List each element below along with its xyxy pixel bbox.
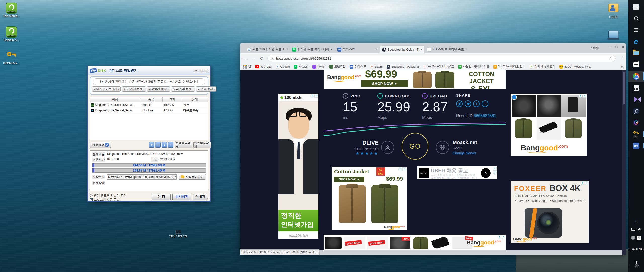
bookmark-twitch[interactable]: TTwitch xyxy=(312,65,326,69)
page-info-icon[interactable]: i xyxy=(271,57,274,60)
network-icon[interactable] xyxy=(631,228,635,231)
close-tab-icon[interactable]: × xyxy=(420,48,422,51)
ad-choices[interactable]: i× xyxy=(498,235,505,239)
close-icon[interactable]: × xyxy=(204,69,208,72)
resize-grip[interactable] xyxy=(207,198,210,201)
taskbar-kmplayer[interactable] xyxy=(628,94,644,105)
maximize-icon[interactable]: □ xyxy=(199,69,203,72)
move-bottom-button[interactable]: ▼ xyxy=(149,142,154,148)
minimize-icon[interactable]: ─ xyxy=(194,69,198,72)
ad-choices[interactable]: i× xyxy=(581,181,588,185)
bookmark-saramin[interactable]: in사람인 - 공채의 기준 xyxy=(458,65,489,69)
adchoices-icon[interactable]: i xyxy=(498,235,501,239)
user-avatar-icon[interactable] xyxy=(381,141,394,154)
change-server-link[interactable]: Change Server xyxy=(453,151,477,155)
adchoices-icon[interactable]: i xyxy=(493,171,497,175)
tab-naver-speed[interactable]: N 인터넷 속도 측정 : 네이× xyxy=(290,46,334,53)
open-folder-button[interactable]: 저장폴더열기 xyxy=(179,174,206,180)
bookmark-ytmp3[interactable]: YTYouTube에서 mp3로 xyxy=(423,65,454,69)
bookmark-resume[interactable]: w이력서 상세조회 xyxy=(530,65,555,69)
taskbar-explorer[interactable] xyxy=(628,47,644,59)
browser-menu-icon[interactable]: ⋮ xyxy=(618,56,626,61)
shop-now-button[interactable]: SHOP NOW▶ xyxy=(334,177,364,182)
move-top-button[interactable]: ▲ xyxy=(162,142,167,148)
adchoices-icon[interactable]: i xyxy=(581,181,584,185)
task-view-button[interactable] xyxy=(628,24,644,36)
ad-bottom-strip[interactable]: i× price drop price drop -45% New Banggo… xyxy=(324,235,506,250)
bookmark-imdb[interactable]: IMDbIMDb - Movies, TV a xyxy=(559,65,591,69)
download-file-table[interactable]: 이름종류 크기상태 smiKingsman,The,Secret,Servi..… xyxy=(90,97,208,140)
taskbar-potplayer[interactable] xyxy=(628,117,644,128)
taskbar-search-button[interactable] xyxy=(628,13,644,24)
ad-choices[interactable]: ×i xyxy=(493,167,497,175)
share-facebook-icon[interactable]: f xyxy=(473,100,480,107)
sidebar-ad-100mb[interactable]: i× 100mb.kr 정직한 인터넷가입 www.100mb.kr xyxy=(278,94,318,239)
bookmark-subscene[interactable]: SSubscene - Passiona xyxy=(387,65,419,69)
pause-button[interactable]: 일시정지 xyxy=(172,194,191,200)
quit-button[interactable]: 끝내기 xyxy=(193,194,207,200)
bookmark-google[interactable]: GGoogle xyxy=(276,65,290,69)
ad-next-button[interactable]: › xyxy=(481,168,491,178)
table-row[interactable]: smiKingsman,The,Secret,Servi... smi File… xyxy=(90,102,208,108)
rating-stars[interactable]: ★★★★★ xyxy=(341,151,379,156)
taskbar-store[interactable] xyxy=(628,59,644,70)
shop-now-button[interactable]: SHOP NOW▶ xyxy=(361,80,408,87)
radio-unchecked-icon[interactable] xyxy=(90,194,93,197)
address-bar[interactable]: i beta.speedtest.net/result/6665682581 ☆ xyxy=(267,55,615,62)
bookmark-youtube[interactable]: YouTube xyxy=(255,65,272,68)
adchoices-icon[interactable]: i xyxy=(310,94,314,98)
menu-subtitle-issue[interactable]: 자막/소리 문제 ▾ xyxy=(171,86,195,92)
go-button[interactable]: GO xyxy=(402,133,428,160)
taskbar-wedisk[interactable]: We xyxy=(628,140,644,151)
close-tab-icon[interactable]: × xyxy=(465,48,467,51)
maximize-icon[interactable]: □ xyxy=(616,45,618,49)
ad-close-icon[interactable]: × xyxy=(403,167,406,171)
delete-completed-button[interactable]: 완료목록삭제 xyxy=(193,142,211,148)
ad-close-icon[interactable]: × xyxy=(314,94,318,98)
adchoices-icon[interactable]: i xyxy=(579,94,582,98)
result-id-value[interactable]: 6665682581 xyxy=(474,114,496,118)
ad-close-icon[interactable]: × xyxy=(502,235,505,239)
adchoices-icon[interactable]: i xyxy=(398,167,402,171)
close-tab-icon[interactable]: × xyxy=(376,48,378,51)
ad-banggood-grid[interactable]: i× Banggood.com xyxy=(511,94,587,156)
desktop-icon-user[interactable]: USER xyxy=(602,3,624,19)
bookmark-apps[interactable]: 앱 xyxy=(243,65,251,69)
share-link-icon[interactable] xyxy=(456,100,463,107)
bookmarks-overflow-icon[interactable]: » xyxy=(621,65,623,69)
menu-win78-issue[interactable]: 윈도우7/8 문제 ▾ xyxy=(122,86,146,92)
banner-ad-banggood[interactable]: Banggood.com $69.99 SHOP NOW▶ COTTON JAC… xyxy=(324,70,506,89)
ad-choices[interactable]: i× xyxy=(310,94,318,98)
url-text[interactable]: beta.speedtest.net/result/6665682581 xyxy=(276,57,607,60)
profile-name[interactable]: ssboll xyxy=(591,46,599,50)
ad-close-icon[interactable]: × xyxy=(493,167,497,171)
bookmark-torrentkim[interactable]: t토렌트킴 xyxy=(329,65,346,69)
minimize-icon[interactable]: ─ xyxy=(609,45,611,49)
globe-icon[interactable] xyxy=(436,141,449,154)
menu-download-issue[interactable]: 내려받기 문제 ▾ xyxy=(147,86,170,92)
taskbar-clock[interactable]: 오후 10:05 xyxy=(628,246,644,252)
delete-selected-button[interactable]: 선택목록삭제 xyxy=(175,142,192,148)
tray-x-icon[interactable]: × xyxy=(631,236,635,240)
tab-speedtest[interactable]: Speedtest by Ookla - Th× xyxy=(380,46,424,53)
tab-win10-speed[interactable]: G 윈도우10 인터넷 속도 측× xyxy=(245,46,289,53)
share-more-icon[interactable]: ••• xyxy=(482,100,488,107)
move-up-button[interactable]: ↑ xyxy=(168,142,173,148)
taskbar-i3g[interactable]: I3G xyxy=(628,128,644,140)
ad-foxeer[interactable]: i× FOXEER BOX 4K • HD CMOS Mini FPV Acti… xyxy=(511,181,589,243)
tab-nia-speed[interactable]: NIA 스피드 인터넷 속도× xyxy=(425,46,469,53)
desktop-icon-i3gsvc[interactable]: I3GSvcMa... xyxy=(1,50,22,65)
menu-vista-issue[interactable]: 비스타 문제 ▾ xyxy=(196,86,216,92)
scrollbar-thumb[interactable] xyxy=(623,72,625,104)
ad-choices[interactable]: i× xyxy=(579,94,586,98)
back-icon[interactable]: ← xyxy=(240,56,249,61)
bookmark-daum[interactable]: DDaum xyxy=(370,65,383,69)
action-center-button[interactable]: 1 xyxy=(628,258,644,268)
ad-uber[interactable]: ×i UBER UBER 채용 공고 지인 추천 & 지원 시, 추천사 작성자… xyxy=(417,166,497,179)
taskbar-edge[interactable]: e xyxy=(628,36,644,47)
dialog-title-bar[interactable]: We DISK 위디스크 파일받기 ─ □ × xyxy=(88,66,210,75)
ad-close-icon[interactable]: × xyxy=(585,181,588,185)
bookmark-wedisk[interactable]: We위디스크 xyxy=(350,65,366,69)
settings-button[interactable]: 환경설정 xyxy=(90,142,111,148)
run-button[interactable]: 실 행 xyxy=(152,194,171,200)
